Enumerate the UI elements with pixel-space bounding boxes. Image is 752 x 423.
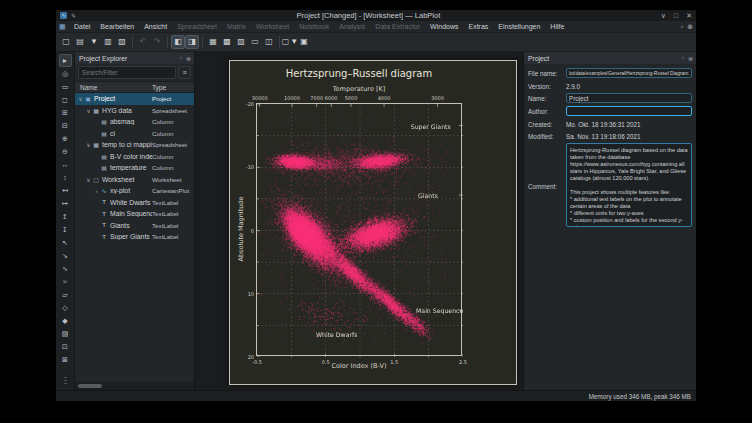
annotation-white-dwarfs[interactable]: White Dwarfs xyxy=(316,331,358,338)
add-reference-line-button[interactable]: ⊠ xyxy=(59,353,72,366)
tree-row-xy-plot[interactable]: ›∿xy-plotCartesianPlot xyxy=(75,185,194,197)
tree-row-super-giants[interactable]: TSuper GiantsTextLabel xyxy=(75,231,194,243)
open-project-button[interactable]: ▤ xyxy=(73,35,87,49)
tree-row-temperature[interactable]: ▤temperatureColumn xyxy=(75,162,194,174)
x-axis-label[interactable]: Color Index (B-V) xyxy=(256,362,462,370)
zoom-out-button[interactable]: ⊖ xyxy=(59,145,72,158)
auto-scale-button[interactable]: ⊟ xyxy=(59,119,72,132)
author-input[interactable] xyxy=(566,106,692,116)
select-mode-button[interactable]: ► xyxy=(59,54,72,67)
top-axis-label[interactable]: Temperature [K] xyxy=(256,85,462,93)
menu-windows[interactable]: Windows xyxy=(425,21,463,33)
new-notebook-button[interactable]: ▭ xyxy=(248,35,262,49)
filter-options-button[interactable]: ≡ xyxy=(178,66,191,79)
expand-icon[interactable]: › xyxy=(93,188,100,194)
scatter-canvas[interactable] xyxy=(257,104,463,357)
plot-title[interactable]: Hertzsprung–Russell diagram xyxy=(256,68,462,79)
tree-row-absmag[interactable]: ▤absmagColumn xyxy=(75,116,194,128)
menu-ansicht[interactable]: Ansicht xyxy=(139,21,172,33)
collapse-icon[interactable]: ∨ xyxy=(85,176,92,183)
author-label: Author: xyxy=(528,106,566,116)
shift-down-y-button[interactable]: ↘ xyxy=(59,249,72,262)
print-icon: ▥ xyxy=(104,38,112,46)
crosshair-mode-button[interactable]: ◎ xyxy=(59,67,72,80)
collapse-icon[interactable]: ∨ xyxy=(77,95,84,102)
tree-row-ci[interactable]: ▤ciColumn xyxy=(75,128,194,140)
annotation-main-sequence[interactable]: Main Sequence xyxy=(416,307,463,314)
plot-area[interactable]: 300001000070006000500040003000-0.50.51.5… xyxy=(256,103,462,356)
menu-extras[interactable]: Extras xyxy=(463,21,493,33)
tree-row-giants[interactable]: TGiantsTextLabel xyxy=(75,220,194,232)
save-project-button[interactable]: ▼ xyxy=(87,35,101,49)
worksheet-page: Hertzsprung–Russell diagram Temperature … xyxy=(229,60,517,385)
float-icon[interactable]: ○ xyxy=(179,55,183,61)
tree-row-white-dwarfs[interactable]: TWhite DwarfsTextLabel xyxy=(75,197,194,209)
shift-right-x-button[interactable]: ↧ xyxy=(59,223,72,236)
properties-header[interactable]: Project ○ ⊗ xyxy=(524,52,696,64)
new-spreadsheet-button[interactable]: ▦ xyxy=(206,35,220,49)
import-button[interactable]: ▣ xyxy=(297,35,311,49)
float-icon[interactable]: ○ xyxy=(681,55,685,61)
tree-row-worksheet[interactable]: ∨▢WorksheetWorksheet xyxy=(75,174,194,186)
add-curve-button[interactable]: ∿ xyxy=(59,262,72,275)
name-input[interactable] xyxy=(566,93,692,103)
new-matrix-button[interactable]: ▩ xyxy=(220,35,234,49)
tree-row-b-v-color-index[interactable]: ▤B-V color indexColumn xyxy=(75,151,194,163)
toggle-properties-explorer-button[interactable]: ◨ xyxy=(185,35,199,49)
zoom-out-y-button[interactable]: ↦ xyxy=(59,197,72,210)
zoom-select-button[interactable]: ▭ xyxy=(59,80,72,93)
close-icon[interactable]: ⊗ xyxy=(688,55,693,62)
menu-einstellungen[interactable]: Einstellungen xyxy=(493,21,545,33)
new-project-button[interactable]: ▢ xyxy=(59,35,73,49)
print-button[interactable]: ▥ xyxy=(101,35,115,49)
add-image-button[interactable]: ▨ xyxy=(59,327,72,340)
tree-column-header[interactable]: Name Type xyxy=(75,81,194,93)
mdi-restore-button[interactable]: ▫ xyxy=(681,23,683,31)
zoom-y-select-button[interactable]: ⊞ xyxy=(59,106,72,119)
menu-datei[interactable]: Datei xyxy=(69,21,95,33)
zoom-x-select-button[interactable]: ◻ xyxy=(59,93,72,106)
annotation-super-giants[interactable]: Super Giants xyxy=(411,122,451,129)
zoom-in-y-button[interactable]: ↤ xyxy=(59,184,72,197)
menu-bearbeiten[interactable]: Bearbeiten xyxy=(95,21,139,33)
file-name-input[interactable] xyxy=(566,68,692,78)
close-icon[interactable]: ⊗ xyxy=(186,55,191,62)
column-header-name[interactable]: Name xyxy=(75,84,152,91)
toggle-project-explorer-button[interactable]: ◧ xyxy=(171,35,185,49)
zoom-in-button[interactable]: ⊕ xyxy=(59,132,72,145)
project-explorer-header[interactable]: Project Explorer ○ ⊗ xyxy=(75,52,194,64)
new-worksheet-button[interactable]: ▨ xyxy=(234,35,248,49)
add-text-label-button[interactable]: ◆ xyxy=(59,314,72,327)
new-datapicker-button[interactable]: ◫ xyxy=(262,35,276,49)
zoom-out-x-button[interactable]: ↕ xyxy=(59,171,72,184)
add-legend-button[interactable]: ▱ xyxy=(59,288,72,301)
shift-left-x-button[interactable]: ↥ xyxy=(59,210,72,223)
collapse-icon[interactable]: ∨ xyxy=(85,141,92,148)
maximize-button[interactable]: □ xyxy=(674,12,678,20)
tree-row-main-sequence[interactable]: TMain SequenceTextLabel xyxy=(75,208,194,220)
collapse-icon[interactable]: ∨ xyxy=(85,107,92,114)
dock-grip[interactable] xyxy=(64,377,67,384)
mdi-close-button[interactable]: ⊗ xyxy=(687,23,693,31)
close-button[interactable]: ✕ xyxy=(686,12,692,20)
column-header-type[interactable]: Type xyxy=(152,84,194,91)
shift-up-y-button[interactable]: ↖ xyxy=(59,236,72,249)
comment-textarea[interactable]: Hertzsprung-Russel diagram based on the … xyxy=(566,143,692,227)
tree-row-project[interactable]: ∨▣ProjectProject xyxy=(75,93,194,105)
tree-row-hyg-data[interactable]: ∨▦HYG dataSpreadsheet xyxy=(75,105,194,117)
annotation-giants[interactable]: Giants xyxy=(418,192,438,199)
modified-value: Sa. Nov. 13 19:18:06 2021 xyxy=(566,131,692,140)
add-axis-button[interactable]: ◇ xyxy=(59,301,72,314)
add-info-element-button[interactable]: ⊡ xyxy=(59,340,72,353)
zoom-in-x-button[interactable]: ↔ xyxy=(59,158,72,171)
horizontal-scrollbar[interactable] xyxy=(75,382,194,390)
search-input[interactable] xyxy=(78,66,176,79)
add-equation-curve-button[interactable]: ≈ xyxy=(59,275,72,288)
titlebar[interactable]: ∿ ✎ Project [Changed] - [Worksheet] — La… xyxy=(56,10,696,21)
print-preview-button[interactable]: ▧ xyxy=(115,35,129,49)
scrollbar-thumb[interactable] xyxy=(78,384,102,388)
minimize-button[interactable]: ∨ xyxy=(661,12,666,20)
menu-hilfe[interactable]: Hilfe xyxy=(545,21,569,33)
tree-row-temp-to-ci-mapping[interactable]: ∨▦temp to ci mappingSpreadsheet xyxy=(75,139,194,151)
new-live-datasource-button[interactable]: ▢▼ xyxy=(283,35,297,49)
